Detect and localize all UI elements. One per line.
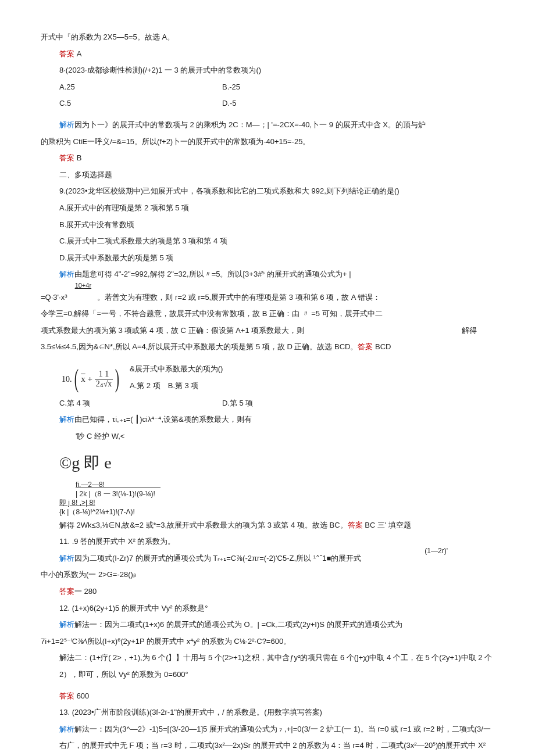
analysis-line: 解析解法一：因为(3^—2》-1)5=[(3/-20—1]5 展开式的通项公式为… bbox=[41, 721, 494, 756]
analysis-line: (1—2r)' 解析因为二项式(I-Zr)7 的展开式的通项公式为 Tᵣ₊₁=C… bbox=[41, 550, 494, 567]
answer-label: 答案 bbox=[59, 153, 77, 162]
option-c: C.展开式中二项式系数最大的项是第 3 项和第 4 项 bbox=[41, 233, 494, 250]
formula-line: {k |（8-⅛)!^2⅛+1)!(7-Λ)! bbox=[59, 508, 494, 517]
fraction-numerator: 1 1 bbox=[95, 370, 113, 379]
text-line: 中小的系数为(一 2>G=-28()ᵦ bbox=[41, 567, 494, 583]
question-9: 9.(2023•龙华区校级期中)己知展开式中，各项系数和比它的二项式系数和大 9… bbox=[41, 183, 494, 200]
option-b: B.-25 bbox=[222, 79, 385, 96]
text-line: 令学三=0,解得「=一号，不符合题意，故展开式中没有常数项，故 B 正确：由 〃… bbox=[41, 306, 494, 323]
formula-block: 即 j 8! ,>| 8! {k |（8-⅛)!^2⅛+1)!(7-Λ)! bbox=[41, 499, 494, 517]
answer-line: 答案 A bbox=[41, 46, 494, 63]
analysis-text: 解法一：因为(3^—2》-1)5=[(3/-20—1]5 展开式的通项公式为 ₇… bbox=[59, 725, 491, 756]
option-c: C.第 4 项 bbox=[59, 395, 222, 412]
text-line: 解得 2Wk≤3,⅛∈N,故&=2 或*=3,故展开式中系数最大的项为第 3 或… bbox=[41, 517, 494, 534]
analysis-line: 解析由题意可得 4"-2"=992,解得 2"=32,所以〃=5。所以[3+3#… bbox=[41, 266, 494, 283]
analysis-text: 因为卜一》的展开式中的常数项与 2 的乘积为 2C：M—；| '=-2CX=-4… bbox=[74, 120, 426, 129]
text-line: 的乘积为 CtiE一呼义/=&=15。所以(f+2)卜一的展开式中的常数项为-4… bbox=[41, 134, 494, 151]
formula-line: fi.—2—8! bbox=[76, 481, 494, 490]
text-line: '眇 C 经护 W,< bbox=[41, 428, 494, 445]
text-fragment: 项式系数最大的项为第 3 项或第 4 项，故 C 正确：假设第 A+1 项系数最… bbox=[41, 323, 304, 339]
answer-value: A bbox=[77, 49, 82, 58]
answer-label: 答案 bbox=[59, 587, 74, 596]
options-inline: A.第 2 项 B.第 3 项 bbox=[130, 378, 223, 395]
sqrt-x: x bbox=[80, 370, 85, 389]
text-line: 解法二：(1+疗( 2>，+1),为 6 个(】】十用与 5 个(2>+1)之积… bbox=[41, 650, 494, 683]
analysis-text: 解法一：因为二项式(1+x)6 的展开式的通项公式为 O。| =Ck,二项式(2… bbox=[74, 620, 402, 629]
option-b: B.展开式中没有常数顷 bbox=[41, 217, 494, 234]
option-a: A.展开式中的有理项是第 2 项和第 5 项 bbox=[41, 200, 494, 217]
question-13: 13. (2023•广州市阶段训练)(3f-2r-1"的展开式中，/ 的系数是。… bbox=[41, 704, 494, 721]
analysis-line: 解析由已知得，τi,₊₁=( ┃)ciλ⁴⁻⁴,设第&项的系数最大，则有 bbox=[41, 411, 494, 428]
answer-value: B bbox=[77, 153, 82, 162]
answer-label: 答案 bbox=[59, 691, 77, 700]
formula-block: 10.(x + 1 12₄√x) bbox=[59, 360, 124, 395]
analysis-label: 解析 bbox=[59, 554, 74, 562]
analysis-label: 解析 bbox=[59, 415, 74, 424]
answer-label: 答案 bbox=[358, 342, 375, 351]
options-row: A.25 B.-25 bbox=[41, 79, 494, 96]
text-line: 3.5≤⅛≤4.5,因为&∈N*,所以 A=4,所以展开式中系数最大的项是第 5… bbox=[41, 339, 494, 356]
question-10: 10.(x + 1 12₄√x) &展开式中系数最大的项为() A.第 2 项 … bbox=[41, 360, 494, 395]
answer-line: 答案一 280 bbox=[41, 583, 494, 600]
option-d: D.第 5 项 bbox=[222, 395, 385, 412]
fraction-denominator: 2₄√x bbox=[95, 379, 113, 388]
analysis-text: 由题意可得 4"-2"=992,解得 2"=32,所以〃=5。所以[3+3#⁵ … bbox=[74, 270, 351, 278]
formula-line: | 2k |（8 一 3!(⅛-1)!(9-⅛)! bbox=[76, 490, 494, 499]
option-a: A.25 bbox=[59, 79, 222, 96]
question-text: &展开式中系数最大的项为() bbox=[130, 361, 223, 378]
analysis-line: 解析因为卜一》的展开式中的常数项与 2 的乘积为 2C：M—；| '=-2CX=… bbox=[41, 117, 494, 134]
answer-line: 答案 600 bbox=[41, 688, 494, 705]
analysis-text: 由已知得，τi,₊₁=( ┃)ciλ⁴⁻⁴,设第&项的系数最大，则有 bbox=[74, 415, 252, 424]
answer-line: 答案 B bbox=[41, 150, 494, 167]
analysis-label: 解析 bbox=[59, 620, 74, 629]
analysis-line: 解析解法一：因为二项式(1+x)6 的展开式的通项公式为 O。| =Ck,二项式… bbox=[41, 617, 494, 633]
text-line: =Q·3'·x³ 。若普文为有理数，则 r=2 或 r=5,展开式中的有理项是第… bbox=[41, 289, 494, 306]
formula-line: ©g 即 e bbox=[41, 445, 494, 481]
options-row: C.第 4 项 D.第 5 项 bbox=[41, 395, 494, 412]
answer-label: 答案 bbox=[59, 49, 77, 58]
text-fragment: 解得 2Wk≤3,⅛∈N,故&=2 或*=3,故展开式中系数最大的项为第 3 或… bbox=[59, 521, 348, 529]
option-d: D.-5 bbox=[222, 95, 385, 112]
analysis-label: 解析 bbox=[59, 120, 74, 129]
answer-label: 答案 bbox=[348, 521, 365, 529]
option-d: D.展开式中系数最大的项是第 5 项 bbox=[41, 250, 494, 267]
formula-line: 即 j 8! ,>| 8! bbox=[59, 499, 494, 508]
side-note: (1—2r)' bbox=[425, 543, 448, 558]
options-row: C.5 D.-5 bbox=[41, 95, 494, 112]
answer-value: 600 bbox=[77, 691, 90, 700]
analysis-label: 解析 bbox=[59, 270, 74, 278]
text-line: 开式中『的系数为 2X5—5=5。故选 A。 bbox=[41, 29, 494, 46]
text-fragment: BC 三' 填空题 bbox=[365, 521, 411, 529]
formula-block: fi.—2—8! | 2k |（8 一 3!(⅛-1)!(9-⅛)! bbox=[41, 481, 494, 499]
text-fragment: 解得 bbox=[462, 323, 477, 339]
section-heading: 二、多项选择题 bbox=[41, 167, 494, 184]
analysis-label: 解析 bbox=[59, 725, 74, 733]
text-line: 项式系数最大的项为第 3 项或第 4 项，故 C 正确：假设第 A+1 项系数最… bbox=[41, 323, 494, 339]
text-fragment: 3.5≤⅛≤4.5,因为&∈N*,所以 A=4,所以展开式中系数最大的项是第 5… bbox=[41, 342, 358, 351]
question-8: 8·(2023·成都诊断性检测)(/+2)1 一 3 的展开式中的常数项为() bbox=[41, 62, 494, 79]
superscript-fragment: 10+4r bbox=[75, 282, 91, 289]
answer-value: BCD bbox=[375, 342, 391, 351]
question-number: 10. bbox=[62, 375, 72, 384]
question-12: 12. (1+x)6(2y+1)5 的展开式中 Vy² 的系数是° bbox=[41, 600, 494, 617]
option-c: C.5 bbox=[59, 95, 222, 112]
analysis-text: 因为二项式(I-Zr)7 的展开式的通项公式为 Tᵣ₊₁=C⅞(-2πr=(-2… bbox=[74, 554, 361, 562]
answer-value: 一 280 bbox=[74, 587, 97, 596]
text-line: 7i+1=2⁵⁻ⁱC⅞⁄\所以(I+x)⁶(2y+1P 的展开式中 x⁴y² 的… bbox=[41, 633, 494, 650]
